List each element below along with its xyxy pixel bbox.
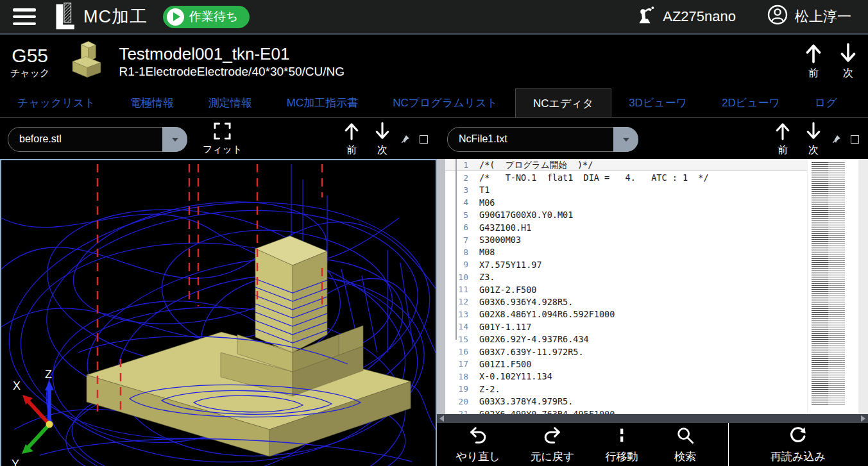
tab-status[interactable]: ステータス: [855, 88, 868, 117]
line-number: 1: [445, 160, 468, 170]
code-line[interactable]: 10Z3.: [445, 271, 807, 283]
editor-prev-button[interactable]: 前: [775, 122, 790, 157]
tab-log[interactable]: ログ: [797, 88, 855, 117]
code-line[interactable]: 12G03X6.936Y4.928R5.: [445, 295, 807, 308]
line-number: 7: [445, 235, 468, 245]
work-offset-label: チャック: [10, 67, 49, 78]
code-text: G03X7.639Y-11.972R5.: [479, 347, 584, 357]
scroll-right-icon[interactable]: [861, 415, 865, 422]
redo-arrow-icon: [543, 426, 562, 447]
tab-2d-viewer[interactable]: 2Dビューワ: [704, 88, 797, 117]
undo-arrow-button[interactable]: やり直し: [448, 426, 507, 464]
code-line[interactable]: 16G03X7.639Y-11.972R5.: [445, 345, 807, 358]
code-line[interactable]: 21G02X6.499Y0.763R4.495F1000: [445, 408, 807, 414]
tab-nc-editor[interactable]: NCエディタ: [515, 88, 611, 117]
code-line[interactable]: 4M06: [445, 196, 807, 208]
code-line[interactable]: 19Z-2.: [445, 383, 807, 395]
code-line[interactable]: 8M08: [445, 246, 807, 258]
nc-editor[interactable]: 1/*( プログラム開始 )*/2/* T-NO.1 flat1 DIA = 4…: [437, 159, 868, 414]
tab-chuck-list[interactable]: チャックリスト: [0, 88, 113, 117]
line-number: 11: [445, 285, 468, 294]
arrow-down-icon: [840, 43, 856, 66]
3d-viewport[interactable]: X Y Z: [0, 159, 437, 466]
code-line[interactable]: 9X7.575Y11.97: [445, 258, 807, 270]
tab-electrode-info[interactable]: 電極情報: [113, 88, 191, 117]
redo-arrow-button[interactable]: 元に戻す: [522, 426, 583, 464]
machine-indicator[interactable]: AZ275nano: [634, 4, 736, 29]
status-badge[interactable]: 作業待ち: [163, 6, 250, 28]
fit-label: フィット: [203, 144, 242, 156]
chevron-down-icon[interactable]: [613, 127, 638, 152]
user-indicator[interactable]: 松上淳一: [767, 4, 851, 29]
arrow-down-icon: [375, 122, 390, 143]
workpiece-subtitle: R1-1ElectrodeElectrode/40*30*50/CU/NG: [119, 64, 345, 79]
viewer-prev-button[interactable]: 前: [344, 122, 359, 157]
app-window: MC加工 作業待ち AZ275nano: [0, 0, 868, 466]
code-text: X7.575Y11.97: [479, 260, 542, 270]
nc-file-select[interactable]: NcFile1.txt: [447, 127, 638, 152]
unpin-icon[interactable]: [831, 134, 842, 144]
scroll-left-icon[interactable]: [439, 415, 444, 422]
code-text: G90G17G00X0.Y0.M01: [479, 210, 573, 220]
code-line[interactable]: 7S3000M03: [445, 233, 807, 245]
tool-label: やり直し: [455, 449, 500, 464]
hamburger-menu-icon[interactable]: [13, 8, 36, 25]
maximize-icon[interactable]: [420, 135, 428, 144]
code-line[interactable]: 20G03X3.378Y4.979R5.: [445, 395, 807, 407]
prev-workpiece-button[interactable]: 前: [805, 43, 822, 80]
fit-view-button[interactable]: フィット: [203, 122, 242, 156]
code-line[interactable]: 14G01Y-1.117: [445, 320, 807, 333]
code-text: X-0.102Y11.134: [479, 371, 552, 381]
axis-z-label: Z: [45, 368, 52, 381]
tool-label: 再読み込み: [770, 449, 826, 464]
work-offset-block: G55 チャック: [10, 45, 49, 78]
editor-left-scrollbar[interactable]: [437, 159, 445, 414]
code-line[interactable]: 18X-0.102Y11.134: [445, 370, 807, 383]
code-line[interactable]: 13G02X8.486Y1.094R6.592F1000: [445, 308, 807, 320]
code-line[interactable]: 17G01Z1.F500: [445, 358, 807, 370]
tab-3d-viewer[interactable]: 3Dビューワ: [611, 88, 704, 117]
maximize-icon[interactable]: [851, 135, 859, 144]
model-file-select[interactable]: before.stl: [8, 127, 187, 152]
machine-name: AZ275nano: [663, 8, 736, 25]
axis-x-label: X: [13, 379, 21, 392]
code-text: G01Y-1.117: [479, 322, 531, 332]
prev-label: 前: [778, 144, 788, 157]
tab-nc-program-list[interactable]: NCプログラムリスト: [375, 88, 515, 117]
editor-vertical-scrollbar[interactable]: [858, 159, 868, 414]
search-button[interactable]: 検索: [660, 426, 710, 464]
editor-next-button[interactable]: 次: [806, 122, 821, 157]
app-title: MC加工: [83, 5, 148, 28]
line-number: 6: [445, 222, 468, 232]
code-text: M06: [479, 197, 495, 208]
line-move-button[interactable]: 行移動: [596, 426, 647, 464]
code-line[interactable]: 11G01Z-2.F500: [445, 283, 807, 295]
arrow-up-icon: [805, 43, 822, 66]
code-line[interactable]: 3T1: [445, 184, 807, 196]
chevron-down-icon[interactable]: [162, 127, 187, 152]
app-logo-icon: [49, 1, 78, 32]
line-move-icon: [612, 426, 631, 447]
next-workpiece-button[interactable]: 次: [840, 43, 856, 80]
editor-horizontal-scrollbar[interactable]: [437, 414, 868, 423]
tab-bar: チャックリスト電極情報測定情報MC加工指示書NCプログラムリストNCエディタ3D…: [0, 88, 868, 118]
code-line[interactable]: 1/*( プログラム開始 )*/: [445, 159, 807, 171]
reload-button[interactable]: 再読み込み: [756, 426, 840, 464]
next-label: 次: [377, 144, 387, 157]
code-line[interactable]: 2/* T-NO.1 flat1 DIA = 4. ATC : 1 */: [445, 171, 807, 183]
code-area[interactable]: 1/*( プログラム開始 )*/2/* T-NO.1 flat1 DIA = 4…: [445, 159, 807, 414]
work-offset: G55: [10, 45, 49, 67]
unpin-icon[interactable]: [400, 134, 411, 144]
minimap[interactable]: [807, 159, 858, 414]
code-line[interactable]: 6G43Z100.H1: [445, 221, 807, 233]
arrow-up-icon: [775, 122, 790, 143]
code-line[interactable]: 5G90G17G00X0.Y0.M01: [445, 209, 807, 221]
line-number: 2: [445, 173, 468, 183]
code-text: G02X6.92Y-4.937R6.434: [479, 334, 589, 344]
editor-toolbar: NcFile1.txt 前 次: [437, 119, 868, 159]
code-line[interactable]: 15G02X6.92Y-4.937R6.434: [445, 333, 807, 345]
tab-mc-instruction[interactable]: MC加工指示書: [269, 88, 375, 117]
viewer-next-button[interactable]: 次: [375, 122, 390, 157]
tab-measurement-info[interactable]: 測定情報: [191, 88, 269, 117]
viewer-toolbar: before.stl フィット 前: [0, 119, 437, 159]
